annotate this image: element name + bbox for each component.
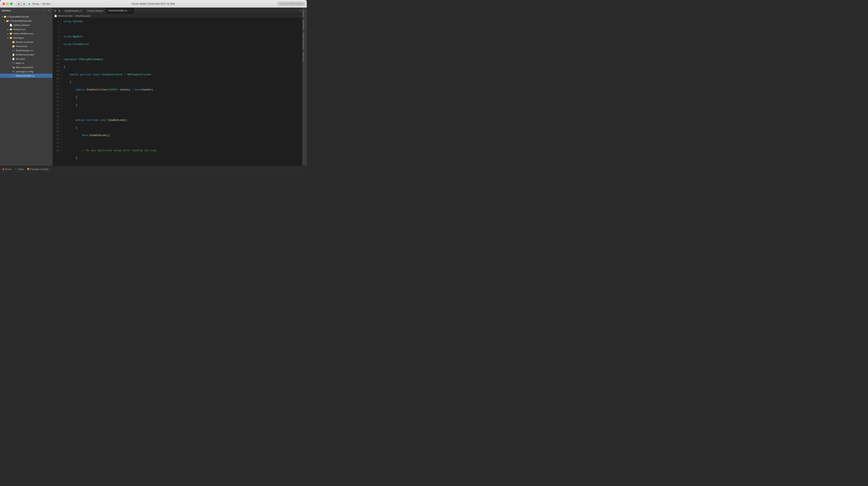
assets-icon: 📁 — [12, 40, 15, 44]
tab-getting-started[interactable]: Getting Started — [84, 8, 106, 14]
code-line: { — [64, 126, 300, 130]
sidebar-item-main-cs[interactable]: ▶ C# Main.cs — [0, 61, 53, 65]
sidebar-item-label: Entitlements.plist — [16, 53, 34, 56]
sidebar-item-getting-started[interactable]: ▶ 📄 Getting Started — [0, 23, 53, 27]
arrow-icon: ▶ — [7, 32, 9, 35]
debug-area: ▶ Debug › My Mac — [29, 2, 51, 5]
sidebar-tree: ▼ 📁 CSharpMathSample ▼ 📂 CSharpMathSampl… — [0, 14, 53, 166]
tab-viewcontroller[interactable]: ViewController.cs × — [106, 8, 134, 14]
code-line: { — [64, 65, 300, 69]
right-sidebar-item-properties[interactable]: Properties — [302, 19, 307, 31]
sidebar-item-appdelegate[interactable]: ▶ C# AppDelegate.cs — [0, 48, 53, 53]
code-line: { — [64, 95, 300, 99]
code-line: } — [64, 103, 300, 107]
sidebar-item-label: AppDelegate.cs — [16, 49, 33, 52]
minimize-button[interactable] — [6, 3, 9, 5]
sidebar-item-label: Main.cs — [16, 62, 24, 64]
right-sidebar-item-unit-tests[interactable]: Unit Tests — [302, 51, 307, 63]
line-num: 32 — [53, 137, 61, 141]
line-num: 2 — [53, 23, 61, 27]
sidebar-item-solution[interactable]: ▼ 📁 CSharpMathSample — [0, 15, 53, 19]
editor-area: ◀ ▶ AppDelegate.cs Getting Started ViewC… — [53, 8, 302, 166]
tab-label: AppDelegate.cs — [64, 9, 82, 12]
native-references-icon: 📁 — [9, 32, 13, 35]
nav-back-button[interactable]: ◀ — [16, 2, 21, 6]
sidebar-item-infoplist[interactable]: ▶ 📋 Info.plist — [0, 57, 53, 61]
sidebar-collapse-button[interactable]: − — [43, 9, 46, 12]
status-tasks[interactable]: ✓ Tasks — [15, 168, 24, 171]
tab-appdelegate[interactable]: AppDelegate.cs — [62, 8, 84, 14]
line-num: 24 — [53, 107, 61, 111]
debug-label: Debug — [32, 3, 39, 5]
machine-label: My Mac — [42, 3, 51, 5]
line-num: 5 — [53, 35, 61, 38]
sidebar-item-references[interactable]: ▶ 📁 References — [0, 27, 53, 31]
status-errors[interactable]: Errors — [3, 168, 11, 170]
code-line: public partial class ViewController : NS… — [64, 73, 300, 77]
cs-file-icon: C# — [12, 49, 15, 52]
sidebar-item-label: Assets.xcassets — [16, 41, 33, 43]
maximize-button[interactable] — [10, 3, 13, 5]
line-num: 1 — [53, 20, 61, 23]
line-num: 23 — [53, 103, 61, 107]
right-sidebar-item-toolbox[interactable]: Toolbox — [302, 8, 307, 19]
nav-forward-button[interactable]: ▶ — [22, 2, 27, 6]
line-num: 29 — [53, 126, 61, 130]
line-num: 28 — [53, 122, 61, 126]
line-num: 33 — [53, 141, 61, 145]
tab-nav-forward[interactable]: ▶ — [57, 8, 62, 14]
line-num: 26 — [53, 115, 61, 118]
sidebar-item-resources[interactable]: ▶ 📁 Resources — [0, 44, 53, 48]
traffic-lights — [0, 3, 13, 5]
line-num: 10 — [53, 54, 61, 58]
breadcrumb-viewdidload[interactable]: ViewDidLoad() — [75, 15, 90, 17]
tab-close-button[interactable]: × — [128, 9, 131, 12]
breadcrumb-viewcontroller[interactable]: ViewController — [58, 15, 73, 17]
search-placeholder: Press '⌘' to search — [283, 2, 303, 5]
sidebar-item-packages-config[interactable]: ▶ ⚙ packages.config — [0, 69, 53, 74]
right-sidebar-item-document-outline[interactable]: Document Outline — [302, 31, 307, 51]
app-title: Visual Studio Community 2017 for Mac — [131, 2, 175, 5]
sidebar-expand-button[interactable]: × — [48, 9, 51, 12]
package-console-icon: 📦 — [27, 168, 30, 170]
code-line — [64, 27, 300, 31]
line-num: 15 — [53, 73, 61, 77]
line-num: 6 — [53, 38, 61, 42]
search-bar[interactable]: 🔍 Press '⌘' to search — [277, 2, 305, 6]
cs-file-icon: C# — [12, 74, 15, 78]
line-num: 4 — [53, 31, 61, 35]
sidebar-item-main-storyboard[interactable]: ▶ 🎭 Main.storyboard — [0, 65, 53, 69]
run-button[interactable]: ▶ — [29, 2, 31, 5]
code-line: } — [64, 156, 300, 160]
code-editor[interactable]: 1 2 3 4 5 6 7 8 9 10 11 12 13 14 15 16 1 — [53, 18, 302, 166]
line-num: 18 — [53, 84, 61, 88]
sidebar-item-native-references[interactable]: ▶ 📁 Native References — [0, 31, 53, 36]
sidebar-item-label: CSharpMathSample — [7, 16, 29, 18]
status-package-console[interactable]: 📦 Package Console — [27, 168, 49, 170]
search-icon: 🔍 — [279, 2, 282, 5]
line-num: 34 — [53, 145, 61, 149]
check-icon: ✓ — [15, 168, 17, 171]
line-num: 7 — [53, 42, 61, 46]
code-line — [64, 164, 300, 166]
sidebar-item-label: Getting Started — [13, 24, 30, 26]
close-button[interactable] — [3, 3, 5, 5]
solution-icon: 📁 — [3, 15, 7, 18]
tab-nav-back[interactable]: ◀ — [53, 8, 57, 14]
code-content[interactable]: using System; using AppKit; using Founda… — [61, 18, 302, 166]
sidebar-item-project[interactable]: ▼ 📂 CSharpMathSample — [0, 19, 53, 23]
line-num: 16 — [53, 77, 61, 80]
tasks-label: Tasks — [18, 168, 24, 170]
sidebar-item-label: Packages — [13, 36, 24, 39]
tab-dropdown-button[interactable]: ▾ — [298, 8, 302, 14]
sidebar-item-packages[interactable]: ▶ 📁 Packages — [0, 36, 53, 40]
code-line — [64, 50, 300, 54]
line-num: 35 — [53, 149, 61, 152]
tab-bar: ◀ ▶ AppDelegate.cs Getting Started ViewC… — [53, 8, 302, 14]
sidebar-item-label: packages.config — [16, 70, 33, 73]
code-line: using Foundation; — [64, 42, 300, 46]
sidebar-item-viewcontroller[interactable]: ▶ C# ViewController.cs — [0, 74, 53, 78]
titlebar: ◀ ▶ ▶ Debug › My Mac Visual Studio Commu… — [0, 0, 307, 8]
sidebar-item-assets[interactable]: ▶ 📁 Assets.xcassets — [0, 40, 53, 44]
sidebar-item-entitlements[interactable]: ▶ 📋 Entitlements.plist — [0, 53, 53, 57]
